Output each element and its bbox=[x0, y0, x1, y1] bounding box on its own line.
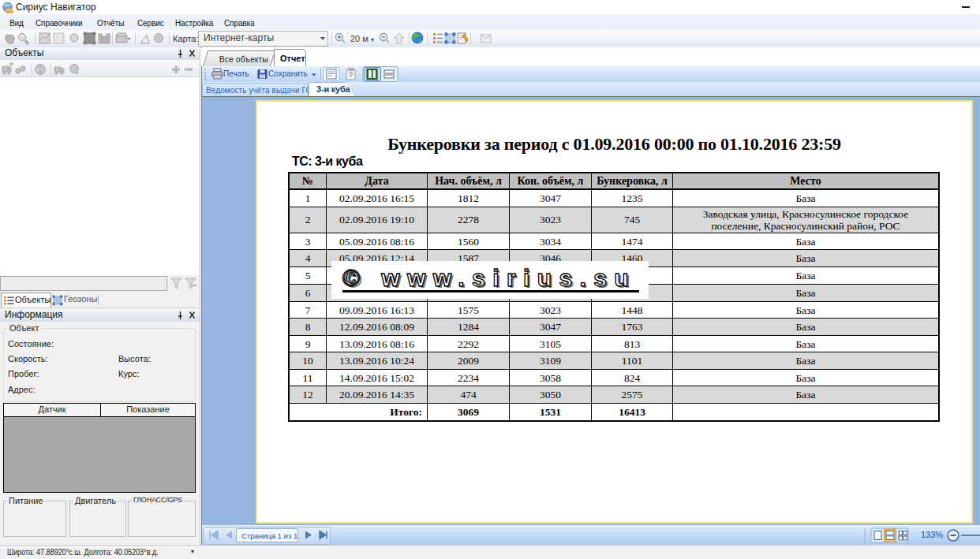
svg-text:?: ? bbox=[349, 71, 353, 79]
